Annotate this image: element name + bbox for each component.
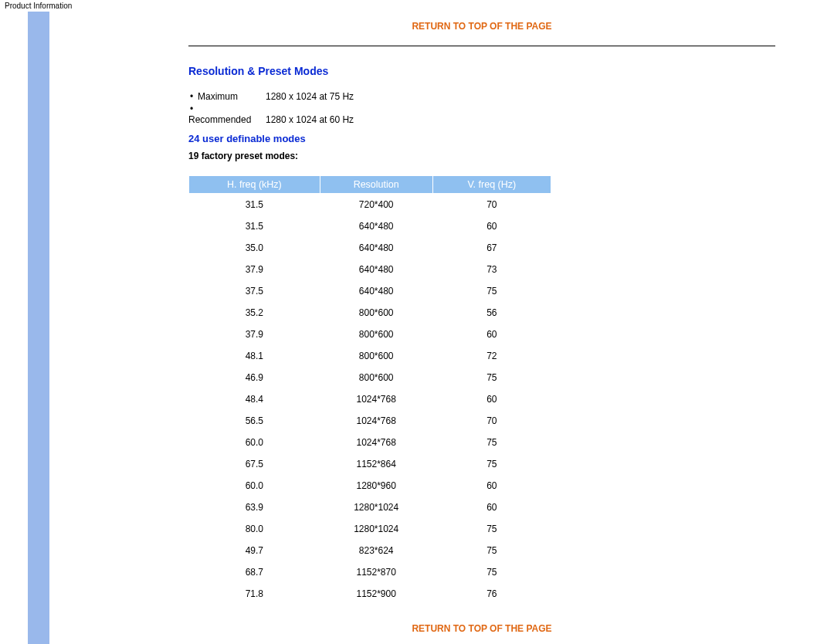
table-cell: 1024*768 [320, 388, 432, 410]
table-cell: 1152*900 [320, 583, 432, 605]
table-cell: 35.2 [189, 302, 320, 324]
col-h-freq: H. freq (kHz) [189, 176, 320, 194]
spec-row: •Recommended 1280 x 1024 at 60 Hz [188, 103, 775, 125]
page-body: RETURN TO TOP OF THE PAGE Resolution & P… [28, 12, 806, 644]
table-cell: 823*624 [320, 540, 432, 561]
table-cell: 75 [432, 561, 551, 583]
table-cell: 800*600 [320, 367, 432, 388]
table-cell: 80.0 [189, 518, 320, 540]
table-cell: 60.0 [189, 475, 320, 497]
table-cell: 800*600 [320, 345, 432, 367]
table-header-row: H. freq (kHz) Resolution V. freq (Hz) [189, 176, 551, 194]
table-cell: 72 [432, 345, 551, 367]
table-cell: 68.7 [189, 561, 320, 583]
table-row: 67.51152*86475 [189, 453, 551, 475]
table-row: 46.9800*60075 [189, 367, 551, 388]
sidebar-fragment [28, 12, 49, 644]
table-cell: 35.0 [189, 237, 320, 259]
page-title: Product Information [0, 0, 834, 12]
table-row: 31.5640*48060 [189, 215, 551, 237]
divider [188, 46, 775, 46]
col-resolution: Resolution [320, 176, 432, 194]
table-cell: 48.4 [189, 388, 320, 410]
table-row: 31.5720*40070 [189, 194, 551, 216]
table-cell: 1280*1024 [320, 497, 432, 518]
table-cell: 640*480 [320, 280, 432, 302]
table-cell: 60 [432, 388, 551, 410]
spec-label: Recommended [188, 114, 251, 125]
table-cell: 31.5 [189, 215, 320, 237]
table-row: 71.81152*90076 [189, 583, 551, 605]
table-cell: 1152*864 [320, 453, 432, 475]
table-cell: 71.8 [189, 583, 320, 605]
table-row: 56.51024*76870 [189, 410, 551, 432]
table-cell: 70 [432, 194, 551, 216]
table-cell: 60 [432, 324, 551, 345]
table-row: 48.1800*60072 [189, 345, 551, 367]
table-cell: 60 [432, 215, 551, 237]
table-cell: 640*480 [320, 215, 432, 237]
table-cell: 75 [432, 453, 551, 475]
table-row: 60.01024*76875 [189, 432, 551, 453]
table-cell: 56 [432, 302, 551, 324]
table-cell: 800*600 [320, 324, 432, 345]
col-v-freq: V. freq (Hz) [432, 176, 551, 194]
table-cell: 67.5 [189, 453, 320, 475]
table-cell: 800*600 [320, 302, 432, 324]
table-cell: 640*480 [320, 237, 432, 259]
preset-modes-table: H. freq (kHz) Resolution V. freq (Hz) 31… [188, 175, 551, 605]
return-top-link[interactable]: RETURN TO TOP OF THE PAGE [188, 623, 775, 634]
table-cell: 56.5 [189, 410, 320, 432]
spec-label: Maximum [198, 91, 238, 102]
table-cell: 75 [432, 518, 551, 540]
table-row: 48.41024*76860 [189, 388, 551, 410]
table-row: 35.0640*48067 [189, 237, 551, 259]
table-cell: 75 [432, 432, 551, 453]
table-row: 37.5640*48075 [189, 280, 551, 302]
table-row: 35.2800*60056 [189, 302, 551, 324]
table-row: 68.71152*87075 [189, 561, 551, 583]
return-top-link[interactable]: RETURN TO TOP OF THE PAGE [188, 21, 775, 32]
table-cell: 46.9 [189, 367, 320, 388]
table-cell: 75 [432, 367, 551, 388]
spec-value: 1280 x 1024 at 60 Hz [266, 103, 354, 125]
table-cell: 48.1 [189, 345, 320, 367]
table-row: 60.01280*96060 [189, 475, 551, 497]
table-cell: 60.0 [189, 432, 320, 453]
table-cell: 75 [432, 280, 551, 302]
table-cell: 67 [432, 237, 551, 259]
table-row: 49.7823*62475 [189, 540, 551, 561]
table-cell: 75 [432, 540, 551, 561]
table-cell: 60 [432, 497, 551, 518]
table-cell: 37.9 [189, 324, 320, 345]
table-row: 63.91280*102460 [189, 497, 551, 518]
spec-row: •Maximum 1280 x 1024 at 75 Hz [188, 91, 775, 102]
table-row: 37.9640*48073 [189, 259, 551, 280]
sub-heading: 24 user definable modes [188, 133, 775, 144]
table-cell: 76 [432, 583, 551, 605]
table-cell: 37.5 [189, 280, 320, 302]
table-cell: 49.7 [189, 540, 320, 561]
spec-list: •Maximum 1280 x 1024 at 75 Hz •Recommend… [188, 91, 775, 125]
table-cell: 1024*768 [320, 432, 432, 453]
content: RETURN TO TOP OF THE PAGE Resolution & P… [49, 12, 806, 644]
table-cell: 1024*768 [320, 410, 432, 432]
table-cell: 31.5 [189, 194, 320, 216]
table-row: 80.01280*102475 [189, 518, 551, 540]
table-cell: 1152*870 [320, 561, 432, 583]
table-cell: 63.9 [189, 497, 320, 518]
section-heading: Resolution & Preset Modes [188, 65, 775, 77]
table-cell: 60 [432, 475, 551, 497]
table-cell: 1280*960 [320, 475, 432, 497]
table-cell: 37.9 [189, 259, 320, 280]
table-cell: 73 [432, 259, 551, 280]
table-cell: 1280*1024 [320, 518, 432, 540]
factory-heading: 19 factory preset modes: [188, 151, 775, 161]
table-cell: 70 [432, 410, 551, 432]
spec-value: 1280 x 1024 at 75 Hz [266, 91, 354, 102]
table-cell: 720*400 [320, 194, 432, 216]
table-cell: 640*480 [320, 259, 432, 280]
table-row: 37.9800*60060 [189, 324, 551, 345]
